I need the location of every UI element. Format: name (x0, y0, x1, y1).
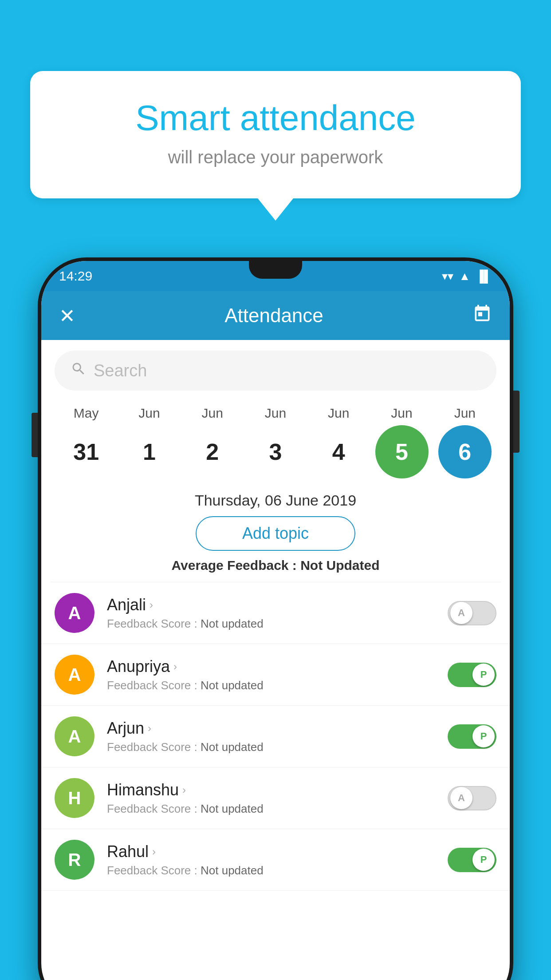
student-avatar-2: A (55, 716, 94, 756)
app-header: ✕ Attendance (41, 291, 510, 340)
search-bar[interactable]: Search (55, 351, 496, 391)
cal-month-5: Jun (373, 406, 431, 421)
student-info-4: Rahul › Feedback Score : Not updated (107, 842, 448, 877)
phone-screen: 14:29 ▾▾ ▲ ▐▌ ✕ Attendance (41, 261, 510, 980)
feedback-score-1: Feedback Score : Not updated (107, 679, 448, 692)
chevron-icon-2: › (148, 722, 151, 735)
phone-frame: 14:29 ▾▾ ▲ ▐▌ ✕ Attendance (38, 257, 513, 980)
calendar-icon[interactable] (472, 304, 492, 328)
cal-month-0: May (57, 406, 115, 421)
student-info-3: Himanshu › Feedback Score : Not updated (107, 781, 448, 816)
student-info-0: Anjali › Feedback Score : Not updated (107, 596, 448, 631)
feedback-score-2: Feedback Score : Not updated (107, 740, 448, 754)
speech-bubble-title: Smart attendance (66, 98, 485, 138)
cal-date-31[interactable]: 31 (59, 425, 113, 478)
calendar-strip: May Jun Jun Jun Jun Jun Jun 31 1 2 3 4 5… (41, 401, 510, 487)
feedback-value-0: Not updated (201, 617, 264, 630)
attendance-toggle-1[interactable]: P (448, 663, 496, 687)
battery-icon: ▐▌ (476, 269, 492, 283)
feedback-value-1: Not updated (201, 679, 264, 692)
student-name-1[interactable]: Anupriya › (107, 657, 448, 676)
speech-bubble-subtitle: will replace your paperwork (66, 147, 485, 167)
calendar-svg (472, 304, 492, 324)
chevron-icon-4: › (152, 846, 156, 858)
wifi-icon: ▾▾ (442, 269, 453, 283)
cal-date-3[interactable]: 3 (249, 425, 302, 478)
calendar-months: May Jun Jun Jun Jun Jun Jun (50, 406, 501, 421)
student-avatar-1: A (55, 655, 94, 695)
notch (249, 261, 302, 279)
student-avatar-0: A (55, 593, 94, 633)
attendance-toggle-4[interactable]: P (448, 848, 496, 872)
student-list: A Anjali › Feedback Score : Not updated … (41, 582, 510, 891)
attendance-toggle-2[interactable]: P (448, 724, 496, 749)
feedback-value-3: Not updated (201, 802, 264, 815)
feedback-score-3: Feedback Score : Not updated (107, 802, 448, 816)
speech-bubble-container: Smart attendance will replace your paper… (30, 71, 521, 221)
add-topic-button[interactable]: Add topic (196, 516, 355, 551)
cal-date-2[interactable]: 2 (186, 425, 239, 478)
selected-date-text: Thursday, 06 June 2019 (41, 492, 510, 509)
student-info-1: Anupriya › Feedback Score : Not updated (107, 657, 448, 692)
feedback-value-4: Not updated (201, 864, 264, 877)
search-icon (71, 361, 87, 381)
status-bar: 14:29 ▾▾ ▲ ▐▌ (41, 261, 510, 291)
cal-month-6: Jun (436, 406, 494, 421)
toggle-knob-1: P (472, 664, 495, 686)
feedback-score-4: Feedback Score : Not updated (107, 864, 448, 877)
student-row: A Arjun › Feedback Score : Not updated P (41, 706, 510, 767)
student-avatar-3: H (55, 778, 94, 818)
toggle-knob-2: P (472, 725, 495, 747)
cal-month-3: Jun (247, 406, 304, 421)
avg-feedback: Average Feedback : Not Updated (41, 558, 510, 573)
feedback-value-2: Not updated (201, 740, 264, 754)
search-placeholder: Search (94, 361, 147, 380)
student-row: A Anupriya › Feedback Score : Not update… (41, 644, 510, 706)
signal-icon: ▲ (459, 269, 470, 283)
student-name-2[interactable]: Arjun › (107, 719, 448, 738)
cal-month-2: Jun (184, 406, 241, 421)
calendar-dates: 31 1 2 3 4 5 6 (50, 421, 501, 487)
avg-feedback-label: Average Feedback : (171, 558, 296, 573)
cal-date-4[interactable]: 4 (312, 425, 365, 478)
toggle-knob-0: A (450, 602, 472, 624)
cal-date-5[interactable]: 5 (375, 425, 429, 478)
student-name-3[interactable]: Himanshu › (107, 781, 448, 799)
status-icons: ▾▾ ▲ ▐▌ (442, 269, 492, 283)
student-info-2: Arjun › Feedback Score : Not updated (107, 719, 448, 754)
chevron-icon-0: › (150, 599, 153, 611)
speech-bubble: Smart attendance will replace your paper… (30, 71, 521, 198)
student-name-4[interactable]: Rahul › (107, 842, 448, 861)
cal-month-1: Jun (120, 406, 178, 421)
cal-date-1[interactable]: 1 (122, 425, 176, 478)
student-name-0[interactable]: Anjali › (107, 596, 448, 614)
cal-date-6[interactable]: 6 (438, 425, 492, 478)
close-button[interactable]: ✕ (59, 304, 75, 327)
cal-month-4: Jun (310, 406, 367, 421)
status-time: 14:29 (59, 269, 92, 284)
power-button (513, 391, 520, 453)
header-title: Attendance (224, 304, 323, 327)
student-avatar-4: R (55, 840, 94, 880)
student-row: A Anjali › Feedback Score : Not updated … (41, 582, 510, 644)
chevron-icon-1: › (173, 660, 177, 673)
student-row: H Himanshu › Feedback Score : Not update… (41, 767, 510, 829)
attendance-toggle-0[interactable]: A (448, 601, 496, 625)
toggle-knob-3: A (450, 787, 472, 809)
volume-button (31, 413, 38, 457)
avg-feedback-value: Not Updated (300, 558, 379, 573)
attendance-toggle-3[interactable]: A (448, 786, 496, 810)
toggle-knob-4: P (472, 849, 495, 871)
student-row: R Rahul › Feedback Score : Not updated P (41, 829, 510, 891)
feedback-score-0: Feedback Score : Not updated (107, 617, 448, 631)
speech-bubble-tail (258, 198, 293, 221)
chevron-icon-3: › (182, 784, 186, 796)
